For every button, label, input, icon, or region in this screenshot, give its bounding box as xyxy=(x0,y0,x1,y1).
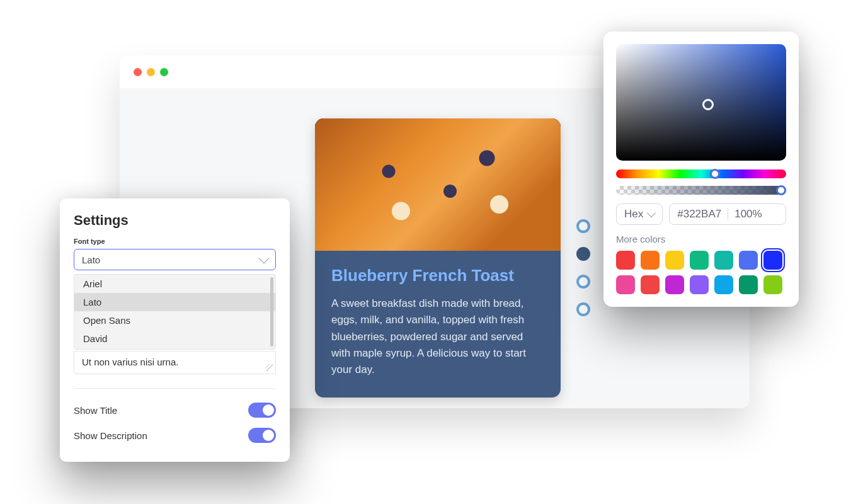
scrollbar[interactable] xyxy=(270,277,273,346)
card-image xyxy=(315,118,561,251)
opacity-value: 100% xyxy=(734,208,762,220)
content-card: Blueberry French Toast A sweet breakfast… xyxy=(315,118,561,398)
alpha-thumb-icon[interactable] xyxy=(776,185,786,195)
font-option[interactable]: Ariel xyxy=(74,275,275,293)
color-swatch[interactable] xyxy=(690,251,709,270)
color-cursor-icon[interactable] xyxy=(702,99,714,110)
chevron-down-icon xyxy=(259,253,270,263)
pager xyxy=(576,219,590,316)
color-swatch[interactable] xyxy=(763,251,782,270)
color-format-value: Hex xyxy=(624,208,643,220)
alpha-slider[interactable] xyxy=(616,186,786,195)
color-swatch[interactable] xyxy=(714,275,733,294)
hue-thumb-icon[interactable] xyxy=(710,169,720,179)
minimize-icon[interactable] xyxy=(147,68,155,76)
color-value-row: Hex #322BA7 100% xyxy=(616,203,786,225)
close-icon[interactable] xyxy=(134,68,142,76)
font-dropdown: Ariel Lato Open Sans David xyxy=(74,274,276,350)
color-swatch[interactable] xyxy=(665,251,684,270)
font-select-value: Lato xyxy=(82,255,100,265)
card-description: A sweet breakfast dish made with bread, … xyxy=(331,295,544,379)
more-colors-label: More colors xyxy=(616,234,786,244)
saturation-lightness-field[interactable] xyxy=(616,44,786,161)
hex-value: #322BA7 xyxy=(677,208,721,220)
divider xyxy=(74,388,276,389)
font-option[interactable]: Open Sans xyxy=(74,311,275,329)
color-swatch[interactable] xyxy=(739,275,758,294)
pager-dot-4[interactable] xyxy=(576,302,590,316)
show-title-toggle[interactable] xyxy=(248,403,276,418)
card-title: Blueberry French Toast xyxy=(331,266,544,285)
color-swatch[interactable] xyxy=(616,251,635,270)
color-value-input[interactable]: #322BA7 100% xyxy=(669,203,786,225)
card-body: Blueberry French Toast A sweet breakfast… xyxy=(315,251,561,398)
pager-dot-1[interactable] xyxy=(576,219,590,233)
color-swatch[interactable] xyxy=(665,275,684,294)
show-description-toggle[interactable] xyxy=(248,428,276,443)
color-swatch[interactable] xyxy=(714,251,733,270)
swatch-grid xyxy=(616,251,786,294)
font-option[interactable]: David xyxy=(74,329,275,348)
color-swatch[interactable] xyxy=(763,275,782,294)
font-select[interactable]: Lato xyxy=(74,249,276,270)
show-description-label: Show Description xyxy=(74,430,147,441)
color-swatch[interactable] xyxy=(739,251,758,270)
settings-title: Settings xyxy=(74,212,276,229)
show-description-row: Show Description xyxy=(74,423,276,448)
font-option[interactable]: Lato xyxy=(74,293,275,311)
pager-dot-2[interactable] xyxy=(576,247,590,261)
divider xyxy=(728,208,728,220)
color-picker-panel: Hex #322BA7 100% More colors xyxy=(603,32,799,307)
color-format-select[interactable]: Hex xyxy=(616,203,663,225)
hue-slider[interactable] xyxy=(616,169,786,178)
maximize-icon[interactable] xyxy=(160,68,168,76)
show-title-row: Show Title xyxy=(74,398,276,423)
sample-textarea[interactable]: Ut non varius nisi urna. xyxy=(74,351,276,374)
color-swatch[interactable] xyxy=(690,275,709,294)
chevron-down-icon xyxy=(647,209,656,217)
settings-panel: Settings Font type Lato Ariel Lato Open … xyxy=(60,198,290,462)
color-swatch[interactable] xyxy=(641,275,660,294)
color-swatch[interactable] xyxy=(616,275,635,294)
font-type-label: Font type xyxy=(74,238,276,245)
show-title-label: Show Title xyxy=(74,405,117,416)
pager-dot-3[interactable] xyxy=(576,275,590,289)
color-swatch[interactable] xyxy=(641,251,660,270)
